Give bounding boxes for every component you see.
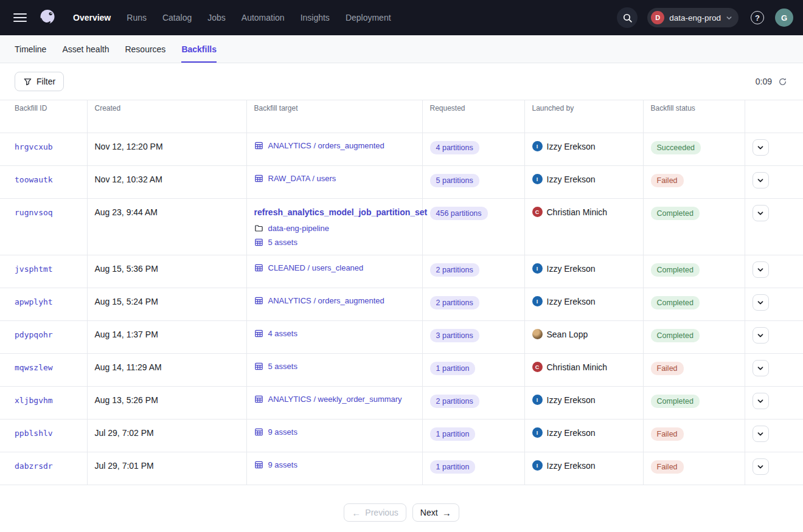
table-header-row: Backfill IDCreatedBackfill targetRequest… [0,100,803,133]
row-actions-button[interactable] [753,139,769,156]
created-timestamp: Aug 15, 5:36 PM [95,264,158,274]
launched-by-name: Izzy Erekson [547,297,596,306]
search-icon[interactable] [617,7,638,28]
backfill-id-link[interactable]: ppblshlv [15,429,53,438]
chevron-down-icon [757,430,764,438]
launched-by: IIzzy Erekson [532,460,636,471]
created-timestamp: Nov 12, 10:32 AM [95,174,162,184]
backfill-status-badge: Failed [651,460,684,474]
row-actions-button[interactable] [753,261,769,278]
backfills-table: Backfill IDCreatedBackfill targetRequest… [0,100,803,485]
tab-resources[interactable]: Resources [125,35,165,63]
filter-button[interactable]: Filter [15,72,64,91]
launched-by: IIzzy Erekson [532,263,636,274]
top-nav: OverviewRunsCatalogJobsAutomationInsight… [0,0,803,35]
chevron-down-icon [757,210,764,217]
asset-table-icon [254,238,263,247]
backfill-id-link[interactable]: dabzrsdr [15,461,53,471]
target-asset-link[interactable]: 5 assets [268,362,297,371]
created-timestamp: Aug 23, 9:44 AM [95,207,158,217]
backfill-id-link[interactable]: xljbgvhm [15,396,53,405]
row-actions-button[interactable] [753,458,769,475]
nav-item-runs[interactable]: Runs [127,13,147,22]
row-actions-button[interactable] [753,426,769,442]
tab-timeline[interactable]: Timeline [15,35,46,63]
funnel-icon [23,77,32,86]
backfill-id-link[interactable]: mqwszlew [15,363,53,372]
launched-by-name: Izzy Erekson [547,395,596,405]
nav-item-overview[interactable]: Overview [73,13,111,22]
row-actions-button[interactable] [753,327,769,344]
backfill-id-link[interactable]: rugnvsoq [15,208,53,217]
avatar [532,329,543,339]
target-asset-link[interactable]: 9 assets [268,460,297,469]
tab-backfills[interactable]: Backfills [181,35,217,63]
backfill-id-link[interactable]: hrgvcxub [15,142,53,151]
launched-by-name: Izzy Erekson [547,461,596,471]
deployment-switcher[interactable]: D data-eng-prod [647,8,739,27]
target-asset-link[interactable]: 4 assets [268,329,297,338]
row-actions-button[interactable] [753,393,769,409]
previous-page-button[interactable]: ← Previous [344,503,406,522]
nav-item-deployment[interactable]: Deployment [346,13,391,22]
help-button[interactable]: ? [748,9,766,27]
backfill-id-link[interactable]: apwplyht [15,297,53,306]
row-actions-button[interactable] [753,205,769,221]
refresh-countdown: 0:09 [756,77,772,86]
created-timestamp: Nov 12, 12:20 PM [95,142,163,151]
row-actions-button[interactable] [753,172,769,188]
asset-table-icon [254,329,263,338]
refresh-icon[interactable] [777,76,788,88]
asset-table-icon [254,263,263,272]
target-asset-link[interactable]: 5 assets [268,238,297,247]
target-asset-link[interactable]: 9 assets [268,427,297,437]
dagster-logo-icon[interactable] [34,4,61,31]
table-row: ppblshlvJul 29, 7:02 PM9 assets1 partiti… [0,420,803,452]
target-asset-link[interactable]: ANALYTICS / orders_augmented [268,296,384,305]
target-asset-link[interactable]: ANALYTICS / weekly_order_summary [268,395,402,404]
column-header-created: Created [87,100,246,133]
tab-asset-health[interactable]: Asset health [62,35,109,63]
chevron-down-icon [757,365,764,372]
nav-item-insights[interactable]: Insights [301,13,330,22]
target-asset-link[interactable]: CLEANED / users_cleaned [268,263,364,272]
next-page-button[interactable]: Next → [412,503,459,522]
nav-item-automation[interactable]: Automation [242,13,285,22]
backfill-id-link[interactable]: jvsphtmt [15,264,53,274]
backfill-status-badge: Completed [651,395,700,408]
avatar: C [532,362,543,372]
launched-by-name: Izzy Erekson [547,142,596,151]
backfill-status-badge: Completed [651,263,700,277]
created-timestamp: Aug 15, 5:24 PM [95,297,158,306]
table-row: jvsphtmtAug 15, 5:36 PMCLEANED / users_c… [0,255,803,288]
launched-by: IIzzy Erekson [532,296,636,306]
launched-by-name: Izzy Erekson [547,174,596,184]
asset-table-icon [254,460,263,469]
nav-item-catalog[interactable]: Catalog [162,13,192,22]
backfill-id-link[interactable]: toowautk [15,175,53,184]
nav-item-jobs[interactable]: Jobs [207,13,226,22]
column-header-requested: Requested [422,100,524,133]
backfill-status-badge: Completed [651,329,700,342]
table-body: hrgvcxubNov 12, 12:20 PMANALYTICS / orde… [0,133,803,485]
menu-icon[interactable] [10,7,30,28]
asset-table-icon [254,362,263,371]
arrow-right-icon: → [442,508,451,517]
target-asset-link[interactable]: RAW_DATA / users [268,174,336,183]
row-actions-button[interactable] [753,294,769,311]
job-partition-set-link[interactable]: refresh_analytics_model_job_partition_se… [254,207,428,217]
launched-by: CChristian Minich [532,207,636,217]
chevron-down-icon [757,177,764,184]
backfill-status-badge: Completed [651,296,700,309]
launched-by: IIzzy Erekson [532,141,636,151]
backfill-id-link[interactable]: pdypqohr [15,330,53,339]
created-timestamp: Aug 14, 11:29 AM [95,362,162,372]
deployment-label: data-eng-prod [669,13,721,22]
avatar: I [532,174,543,184]
user-avatar[interactable]: G [775,9,793,27]
requested-partitions-badge: 5 partitions [430,174,479,187]
target-asset-link[interactable]: ANALYTICS / orders_augmented [268,141,384,150]
backfill-status-badge: Failed [651,174,684,187]
row-actions-button[interactable] [753,360,769,376]
table-row: dabzrsdrJul 29, 7:01 PM9 assets1 partiti… [0,452,803,485]
